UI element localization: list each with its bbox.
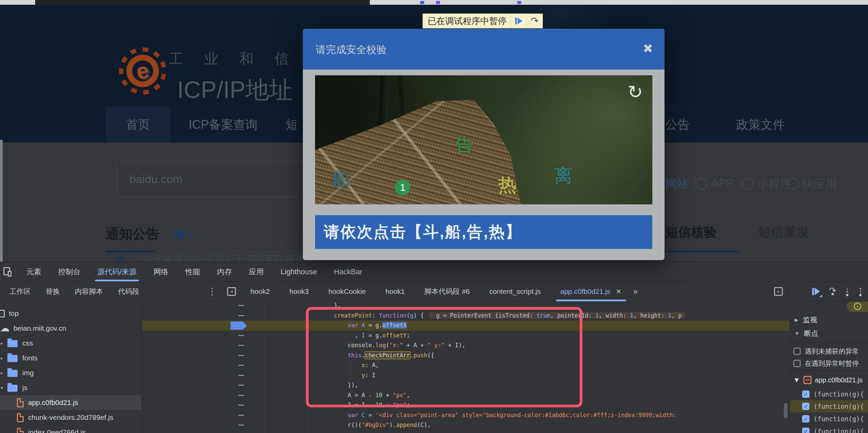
tree-item-index-js[interactable]: index.0eed766d.js — [0, 425, 142, 433]
bullet-diamond-icon — [117, 255, 125, 262]
radio-label-quickapp[interactable]: 快应用 — [802, 176, 837, 192]
checkbox-checked[interactable]: ✓ — [802, 415, 810, 423]
pause-on-uncaught-row[interactable]: 遇到未捕获的异常 — [790, 346, 868, 357]
tab-elements[interactable]: 元素 — [18, 262, 50, 281]
tree-item-js[interactable]: ▾ js — [0, 380, 142, 395]
breakpoint-entry-active[interactable]: ✓ (function(g){ — [790, 400, 868, 412]
code-line[interactable]: this.checkPointArr.push({ — [142, 351, 790, 361]
breakpoint-file-group[interactable]: ▼ <> app.c0fb0d21.js — [790, 373, 868, 387]
code-line[interactable]: }), — [142, 380, 790, 390]
file-tab-hook3[interactable]: hook3 — [280, 282, 318, 301]
captcha-char[interactable]: 船 — [332, 168, 350, 192]
captcha-char[interactable]: 告 — [455, 133, 474, 157]
captcha-image[interactable]: ↻ 1 船告热离 — [315, 75, 652, 204]
tree-item-top[interactable]: top — [0, 306, 142, 321]
code-line[interactable]: r()("#bgDiv").append(C), — [142, 420, 790, 430]
chevron-right-icon[interactable]: ▸ — [1, 355, 6, 361]
code-line[interactable]: y: I — [142, 371, 790, 381]
nav-item-home[interactable]: 首页 — [106, 107, 170, 143]
captcha-char[interactable]: 离 — [554, 163, 573, 188]
checkbox-unchecked[interactable] — [793, 360, 801, 367]
captcha-char[interactable]: 热 — [498, 173, 516, 197]
tab-memory[interactable]: 内存 — [209, 262, 240, 281]
code-line[interactable]: I = I - 10 + "px"; — [142, 400, 790, 410]
tab-lighthouse[interactable]: Lighthouse — [272, 262, 326, 281]
file-tab-snippet6[interactable]: 脚本代码段 #6 — [415, 282, 480, 301]
chevron-down-icon[interactable]: ▾ — [1, 385, 6, 390]
toggle-debugger-pane-icon[interactable]: ▸ — [774, 287, 783, 296]
tab-content-scripts[interactable]: 内容脚本 — [75, 287, 103, 296]
refresh-icon[interactable]: ↻ — [628, 81, 643, 103]
tab-sources[interactable]: 源代码/来源 — [89, 262, 145, 281]
checkbox-checked[interactable]: ✓ — [802, 390, 810, 398]
kebab-menu-icon[interactable]: ⋮ — [208, 286, 217, 297]
tab-console[interactable]: 控制台 — [50, 262, 89, 281]
code-text: r()("#bgDiv").append(C), — [306, 420, 431, 430]
tab-performance[interactable]: 性能 — [177, 262, 209, 281]
code-line[interactable]: }, — [142, 302, 790, 311]
tab-application[interactable]: 应用 — [240, 262, 272, 281]
tab-workspace[interactable]: 工作区 — [9, 287, 31, 296]
code-line[interactable]: , I = g.offsetY; — [142, 331, 790, 341]
captcha-click-marker: 1 — [395, 180, 410, 195]
more-tabs-icon[interactable]: » — [633, 287, 638, 296]
radio-label-website[interactable]: 网站 — [665, 176, 688, 192]
tree-item-domain[interactable]: ☁ beian.miit.gov.cn — [0, 321, 142, 336]
tab-sms-resend[interactable]: 短信重发 — [758, 224, 810, 241]
nav-item-policy[interactable]: 政策文件 — [727, 107, 794, 143]
pause-on-exception-row[interactable]: 在遇到异常时暂停 — [790, 358, 868, 369]
editor-scrollbar[interactable] — [784, 403, 788, 418]
file-tab-app-js[interactable]: app.c0fb0d21.js ✕ — [551, 282, 631, 301]
notice-item[interactable]: 湖北省通信管理局关于清理互联网空壳 — [143, 253, 315, 262]
resume-script-icon[interactable] — [812, 288, 820, 295]
tab-sms-verify[interactable]: 短信核验 — [665, 224, 717, 241]
tree-item-app-js[interactable]: app.c0fb0d21.js — [0, 395, 142, 410]
code-line[interactable]: var C = '<div class="point-area" style="… — [142, 410, 790, 421]
tab-hackbar[interactable]: HackBar — [326, 262, 371, 281]
checkbox-checked[interactable]: ✓ — [802, 403, 810, 410]
close-icon[interactable]: ✕ — [616, 287, 622, 296]
step-into-icon[interactable]: ↓ — [845, 286, 849, 296]
code-line[interactable]: A = A - 10 + "px", — [142, 390, 790, 401]
chevron-right-icon[interactable]: ▸ — [1, 370, 6, 376]
section-watch[interactable]: ▶ 监视 — [790, 313, 868, 327]
tree-label: fonts — [22, 354, 38, 362]
device-toolbar-icon[interactable] — [3, 267, 11, 277]
tab-overrides[interactable]: 替换 — [46, 287, 60, 296]
code-line[interactable]: createPoint: function(g) { g = PointerEv… — [142, 311, 790, 321]
code-editor[interactable]: }, createPoint: function(g) { g = Pointe… — [142, 302, 790, 433]
file-tab-content-script[interactable]: content_script.js — [480, 282, 551, 301]
step-out-icon[interactable]: ↑ — [858, 286, 863, 296]
code-text: console.log("x:" + A + " y:" + I), — [306, 340, 465, 351]
toast-resume-button[interactable] — [511, 14, 527, 28]
file-tab-hook1[interactable]: hook1 — [376, 282, 414, 301]
tree-item-fonts[interactable]: ▸ fonts — [0, 351, 142, 365]
file-tab-hookcookie[interactable]: hookCookie — [318, 282, 376, 301]
breakpoint-entry[interactable]: ✓ (function(g){ — [790, 425, 868, 433]
code-line[interactable]: x: A, — [142, 360, 790, 371]
radio-app[interactable] — [695, 178, 707, 190]
collapse-navigator-icon[interactable]: ◂ — [227, 287, 236, 296]
breakpoint-entry[interactable]: ✓ (function(g){ — [790, 413, 868, 425]
radio-label-app[interactable]: APP — [711, 176, 734, 189]
tree-item-chunk-vendors[interactable]: chunk-vendors.20d789ef.js — [0, 410, 142, 425]
breakpoint-entry[interactable]: ✓ (function(g){ — [790, 388, 868, 400]
chevron-right-icon[interactable]: ▸ — [1, 340, 6, 346]
code-line-paused[interactable]: var A = g.offsetX — [142, 321, 790, 331]
tree-item-img[interactable]: ▸ img — [0, 365, 142, 380]
close-icon[interactable]: ✖ — [643, 42, 653, 56]
checkbox-checked[interactable]: ✓ — [802, 428, 810, 433]
checkbox-unchecked[interactable] — [793, 348, 801, 355]
tab-network[interactable]: 网络 — [145, 262, 177, 281]
file-tab-hook2[interactable]: hook2 — [241, 282, 280, 301]
tab-snippets[interactable]: 代码段 — [118, 287, 139, 296]
code-line[interactable]: console.log("x:" + A + " y:" + I), — [142, 340, 790, 351]
step-over-icon[interactable]: ↷ — [829, 287, 836, 295]
info-icon: i — [854, 303, 861, 310]
tree-item-css[interactable]: ▸ css — [0, 336, 142, 351]
toast-step-over-button[interactable]: ↷ — [527, 14, 542, 28]
radio-quickapp[interactable] — [787, 178, 799, 190]
nav-item-icp-query[interactable]: ICP备案查询 — [176, 107, 270, 143]
radio-miniprogram[interactable] — [741, 178, 753, 190]
section-breakpoints[interactable]: ▼ 断点 — [790, 327, 868, 340]
